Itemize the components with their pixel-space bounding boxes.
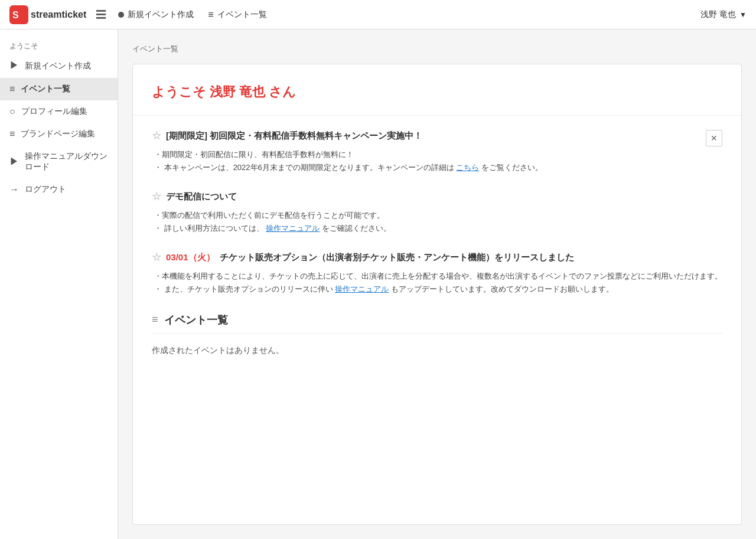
star-icon-3: ☆ — [152, 251, 161, 264]
notice-campaign-header: ☆ [期間限定] 初回限定・有料配信手数料無料キャンペーン実施中！ ✕ — [152, 130, 722, 148]
welcome-heading: ようこそ 浅野 竜也 さん — [152, 83, 722, 101]
list-icon: ≡ — [208, 9, 213, 20]
notice-demo: ☆ デモ配信について 実際の配信で利用いただく前にデモ配信を行うことが可能です。… — [152, 191, 722, 235]
empty-message: 作成されたイベントはありません。 — [152, 345, 722, 356]
main-content: イベント一覧 ようこそ 浅野 竜也 さん ☆ [期間限定] 初回限定・有料配信手… — [118, 30, 756, 539]
hamburger-icon[interactable]: ☰ — [96, 8, 106, 22]
user-icon: ○ — [9, 106, 15, 117]
header-nav-new-event-label: 新規イベント作成 — [128, 9, 194, 20]
event-list-heading: ≡ イベント一覧 — [152, 313, 722, 327]
notice-demo-link[interactable]: 操作マニュアル — [266, 224, 320, 233]
download-icon: ▶ — [9, 156, 19, 168]
video-icon — [118, 12, 124, 18]
sidebar-item-manual-label: 操作マニュアルダウンロード — [25, 151, 108, 172]
header: S streamticket ☰ 新規イベント作成 ≡ イベント一覧 浅野 竜也… — [0, 0, 756, 30]
notice-release-title: ☆ 03/01（火） チケット販売オプション（出演者別チケット販売・アンケート機… — [152, 251, 722, 264]
sidebar-welcome-label: ようこそ — [0, 34, 118, 54]
video-icon: ▶ — [9, 60, 19, 72]
header-nav-event-list[interactable]: ≡ イベント一覧 — [208, 9, 266, 20]
chevron-down-icon: ▼ — [739, 11, 747, 19]
logo-icon: S — [9, 5, 28, 24]
logout-icon: → — [9, 184, 19, 195]
logo-text: streamticket — [31, 9, 86, 20]
sidebar-item-new-event-label: 新規イベント作成 — [25, 61, 91, 71]
sidebar-item-logout[interactable]: → ログアウト — [0, 178, 118, 201]
event-list-section: ≡ イベント一覧 作成されたイベントはありません。 — [152, 313, 722, 356]
sidebar-item-brand-label: ブランドページ編集 — [21, 129, 95, 139]
sidebar-item-manual[interactable]: ▶ 操作マニュアルダウンロード — [0, 145, 118, 178]
section-divider-1 — [133, 115, 741, 116]
sidebar-item-event-list-label: イベント一覧 — [21, 84, 70, 94]
notice-campaign: ☆ [期間限定] 初回限定・有料配信手数料無料キャンペーン実施中！ ✕ 期間限定… — [152, 130, 722, 174]
logo[interactable]: S streamticket — [9, 5, 86, 24]
sidebar-item-profile-label: プロフィール編集 — [21, 106, 87, 117]
user-menu[interactable]: 浅野 竜也 ▼ — [700, 9, 747, 20]
notice-release: ☆ 03/01（火） チケット販売オプション（出演者別チケット販売・アンケート機… — [152, 251, 722, 296]
header-nav-new-event[interactable]: 新規イベント作成 — [118, 9, 194, 20]
sidebar-item-brand-page[interactable]: ≡ ブランドページ編集 — [0, 123, 118, 145]
notice-demo-body: 実際の配信で利用いただく前にデモ配信を行うことが可能です。 詳しい利用方法につい… — [152, 209, 722, 235]
notice-release-link[interactable]: 操作マニュアル — [335, 285, 389, 293]
star-icon-2: ☆ — [152, 191, 161, 203]
notice-campaign-body: 期間限定・初回配信に限り、有料配信手数料が無料に！ 本キャンペーンは、2022年… — [152, 148, 722, 174]
notice-campaign-title: ☆ [期間限定] 初回限定・有料配信手数料無料キャンペーン実施中！ — [152, 130, 422, 142]
content-card: ようこそ 浅野 竜也 さん ☆ [期間限定] 初回限定・有料配信手数料無料キャン… — [132, 64, 742, 525]
breadcrumb: イベント一覧 — [132, 44, 742, 54]
notice-campaign-close-button[interactable]: ✕ — [706, 130, 722, 146]
header-nav: 新規イベント作成 ≡ イベント一覧 — [118, 9, 700, 20]
header-nav-event-list-label: イベント一覧 — [217, 9, 267, 20]
brand-icon: ≡ — [9, 129, 15, 139]
list-icon: ≡ — [9, 84, 15, 94]
sidebar-item-profile[interactable]: ○ プロフィール編集 — [0, 100, 118, 123]
sidebar-item-new-event[interactable]: ▶ 新規イベント作成 — [0, 54, 118, 78]
event-list-divider — [152, 333, 722, 334]
notice-campaign-link[interactable]: こちら — [456, 163, 479, 172]
star-icon: ☆ — [152, 130, 161, 142]
svg-text:S: S — [12, 10, 19, 20]
notice-release-body: 本機能を利用することにより、チケットの売上に応じて、出演者に売上を分配する場合や… — [152, 270, 722, 296]
event-list-icon: ≡ — [152, 313, 158, 326]
user-name: 浅野 竜也 — [700, 9, 736, 20]
notice-demo-title: ☆ デモ配信について — [152, 191, 722, 203]
sidebar: ようこそ ▶ 新規イベント作成 ≡ イベント一覧 ○ プロフィール編集 ≡ ブラ… — [0, 30, 118, 539]
sidebar-item-logout-label: ログアウト — [25, 184, 66, 195]
sidebar-item-event-list[interactable]: ≡ イベント一覧 — [0, 78, 118, 100]
